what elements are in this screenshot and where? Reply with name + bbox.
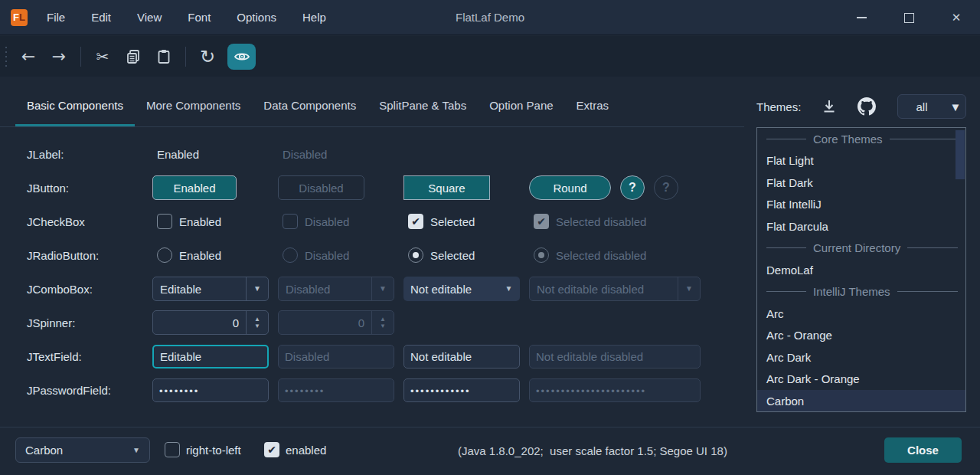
toolbar-separator (80, 47, 81, 67)
logo-letter: L (19, 11, 25, 23)
cut-button[interactable]: ✂ (87, 44, 118, 70)
forward-button[interactable]: → (44, 44, 74, 70)
radio-selected[interactable]: Selected (403, 247, 529, 263)
copy-button[interactable] (118, 44, 149, 70)
passwordfield-not-editable[interactable] (403, 378, 520, 402)
maximize-button[interactable] (885, 0, 933, 35)
theme-item-arc-dark-orange[interactable]: Arc Dark - Orange (757, 369, 965, 391)
radio-disabled: Disabled (278, 247, 403, 263)
themes-list-scrollbar[interactable] (956, 130, 965, 179)
menubar: FL File Edit View Font Options Help Flat… (0, 0, 980, 35)
show-hidden-toggle-button[interactable] (227, 44, 256, 70)
logo-letter: F (13, 11, 19, 23)
checkbox-box[interactable] (165, 442, 180, 457)
spinner-value-input[interactable] (153, 311, 246, 334)
theme-item-arc[interactable]: Arc (757, 303, 965, 325)
passwordfield-editable[interactable] (152, 378, 269, 402)
menu-edit[interactable]: Edit (78, 0, 124, 35)
enabled-checkbox[interactable]: ✔ enabled (264, 442, 326, 457)
menu-file[interactable]: File (34, 0, 78, 35)
radio-circle[interactable] (157, 247, 172, 263)
theme-item-demolaf[interactable]: DemoLaf (757, 259, 965, 281)
download-icon (821, 98, 838, 115)
checkbox-selected-disabled: ✔ Selected disabled (529, 214, 713, 229)
jbutton-disabled-button: Disabled (278, 175, 364, 200)
jbutton-round-button[interactable]: Round (529, 175, 611, 200)
themes-list-separator: IntelliJ Themes (757, 281, 965, 303)
close-button[interactable]: Close (884, 437, 962, 463)
toolbar-grip-handle[interactable] (5, 47, 7, 67)
checkbox-box: ✔ (534, 214, 549, 229)
jcheckbox-row: JCheckBox Enabled Disabled ✔ Selected ✔ … (27, 205, 744, 238)
minimize-button[interactable] (838, 0, 885, 35)
combobox-not-editable-disabled: Not editable disabled ▼ (529, 277, 701, 301)
copy-icon (126, 49, 141, 64)
checkbox-disabled: Disabled (278, 214, 403, 229)
chevron-down-icon[interactable]: ▼ (498, 277, 520, 300)
combobox-not-editable[interactable]: Not editable ▼ (403, 277, 520, 301)
refresh-button[interactable]: ↻ (192, 44, 223, 70)
jbutton-row-label: JButton: (27, 182, 152, 195)
spinner-disabled: ▲ ▼ (278, 310, 394, 335)
spinner-arrows[interactable]: ▲ ▼ (246, 311, 268, 334)
checkbox-enabled[interactable]: Enabled (152, 214, 278, 229)
help-button[interactable]: ? (620, 175, 645, 200)
chevron-down-icon[interactable]: ▼ (246, 277, 268, 300)
theme-item-flat-intellij[interactable]: Flat IntelliJ (757, 194, 965, 216)
spinner-arrows: ▲ ▼ (371, 311, 394, 334)
spinner-enabled[interactable]: ▲ ▼ (152, 310, 269, 335)
jbutton-enabled-button[interactable]: Enabled (152, 175, 237, 200)
tab-data-components[interactable]: Data Components (252, 88, 368, 126)
jbutton-square-button[interactable]: Square (403, 175, 490, 200)
themes-filter-combobox[interactable]: all ▼ (897, 94, 966, 119)
jbutton-row: JButton: Enabled Disabled Square Round ?… (27, 171, 744, 205)
menu-options[interactable]: Options (224, 0, 289, 35)
download-themes-button[interactable] (821, 98, 838, 115)
menu-font[interactable]: Font (175, 0, 224, 35)
theme-item-arc-orange[interactable]: Arc - Orange (757, 325, 965, 347)
theme-item-flat-darcula[interactable]: Flat Darcula (757, 215, 965, 238)
checkbox-selected[interactable]: ✔ Selected (403, 214, 529, 229)
textfield-editable[interactable] (152, 345, 269, 369)
chevron-down-icon: ▼ (678, 277, 700, 300)
github-link-button[interactable] (858, 97, 876, 116)
bottom-bar: Carbon ▼ right-to-left ✔ enabled (Java 1… (0, 427, 980, 475)
checkbox-box[interactable]: ✔ (408, 214, 423, 229)
toolbar: ← → ✂ ↻ (0, 36, 980, 77)
close-window-button[interactable]: ✕ (933, 0, 980, 35)
tabbed-pane: Basic Components More Components Data Co… (0, 77, 744, 127)
window-controls: ✕ (838, 0, 980, 35)
laf-combobox[interactable]: Carbon ▼ (15, 437, 150, 463)
flatlaf-logo-icon: FL (11, 9, 28, 26)
jlabel-disabled: Disabled (278, 148, 403, 161)
themes-list-separator: Current Directory (757, 238, 965, 260)
tab-splitpane-tabs[interactable]: SplitPane & Tabs (368, 88, 478, 126)
radio-enabled[interactable]: Enabled (152, 247, 278, 263)
menu-help[interactable]: Help (289, 0, 339, 35)
radio-circle (283, 247, 298, 263)
right-to-left-checkbox[interactable]: right-to-left (165, 442, 241, 457)
theme-item-arc-dark[interactable]: Arc Dark (757, 346, 965, 369)
checkbox-box[interactable] (157, 214, 172, 229)
checkbox-box[interactable]: ✔ (264, 442, 279, 457)
tab-basic-components[interactable]: Basic Components (15, 88, 135, 126)
paste-button[interactable] (149, 44, 179, 70)
chevron-down-icon: ▼ (123, 446, 149, 454)
back-button[interactable]: ← (13, 44, 44, 70)
menu-view[interactable]: View (124, 0, 175, 35)
radio-circle[interactable] (408, 247, 423, 263)
theme-item-carbon[interactable]: Carbon (757, 390, 965, 412)
passwordfield-not-editable-disabled (529, 378, 701, 402)
tab-option-pane[interactable]: Option Pane (478, 88, 564, 126)
theme-item-flat-dark[interactable]: Flat Dark (757, 172, 965, 194)
spinner-down-icon: ▼ (380, 323, 386, 329)
spinner-up-icon[interactable]: ▲ (254, 316, 260, 323)
textfield-not-editable[interactable] (403, 345, 520, 369)
tab-extras[interactable]: Extras (565, 88, 621, 126)
theme-item-flat-light[interactable]: Flat Light (757, 150, 965, 172)
combobox-editable[interactable]: Editable ▼ (152, 277, 269, 301)
tab-more-components[interactable]: More Components (135, 88, 252, 126)
spinner-value-input (279, 311, 371, 334)
enabled-label: enabled (286, 444, 326, 457)
spinner-down-icon[interactable]: ▼ (254, 323, 260, 329)
